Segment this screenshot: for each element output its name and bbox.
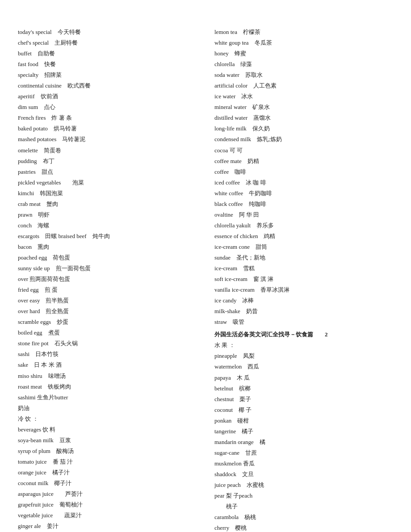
list-item: sunny side up 煎一面荷包蛋 [18, 263, 197, 274]
list-item: orange juice 橘子汁 [18, 467, 197, 478]
list-item: pear 梨 子peach [214, 490, 393, 501]
list-item: condensed milk 炼乳;炼奶 [214, 134, 393, 145]
right-column: lemon tea 柠檬茶white goup tea 冬瓜茶honey 蜂蜜c… [206, 27, 393, 532]
list-item: buffet 自助餐 [18, 48, 197, 59]
list-item: tangerine 橘子 [214, 426, 393, 437]
list-item: miso shiru 味噌汤 [18, 371, 197, 381]
list-item: 奶油 [18, 403, 197, 414]
list-item: lemon tea 柠檬茶 [214, 27, 393, 38]
list-item: juice peach 水蜜桃 [214, 480, 393, 490]
list-item: straw 吸管 [214, 317, 393, 327]
list-item: chef's special 主厨特餐 [18, 38, 197, 48]
list-item: papaya 木 瓜 [214, 373, 393, 383]
list-item: pineapple 凤梨 [214, 351, 393, 361]
list-item: 冷 饮 ： [18, 414, 197, 424]
list-item: over hard 煎全熟蛋 [18, 306, 197, 317]
list-item: French fires 炸 薯 条 [18, 113, 197, 123]
list-item: mashed potatoes 马铃薯泥 [18, 134, 197, 145]
list-item: fast food 快餐 [18, 59, 197, 70]
list-item: poached egg 荷包蛋 [18, 252, 197, 263]
list-item: over easy 煎半熟蛋 [18, 295, 197, 306]
list-item: over 煎两面荷荷包蛋 [18, 274, 197, 285]
list-item: today's special 今天特餐 [18, 27, 197, 38]
list-item: prawn 明虾 [18, 209, 197, 220]
list-item: white goup tea 冬瓜茶 [214, 38, 393, 48]
list-item: grapefruit juice 葡萄柚汁 [18, 499, 197, 510]
list-item: black coffee 纯咖啡 [214, 199, 393, 209]
list-item: 外国生活必备英文词汇全找寻－饮食篇 2 [214, 329, 393, 340]
list-item: essence of chicken 鸡精 [214, 231, 393, 242]
list-item: coconut milk 椰子汁 [18, 478, 197, 489]
list-item: coffee 咖啡 [214, 167, 393, 177]
list-item: chlorella yakult 养乐多 [214, 220, 393, 231]
list-item: ice water 冰水 [214, 91, 393, 102]
list-item: fried egg 煎 蛋 [18, 285, 197, 295]
list-item: ovaltine 阿 华 田 [214, 209, 393, 220]
list-item: shaddock 文旦 [214, 469, 393, 480]
list-item: ponkan 碰柑 [214, 415, 393, 426]
list-item: crab meat 蟹肉 [18, 199, 197, 209]
list-item: coconut 椰 子 [214, 405, 393, 415]
list-item: sashimi 生鱼片butter [18, 392, 197, 403]
list-item: vanilla ice-cream 香草冰淇淋 [214, 285, 393, 295]
list-item: distilled water 蒸馏水 [214, 113, 393, 123]
list-item: boiled egg 煮蛋 [18, 327, 197, 338]
list-item: stone fire pot 石头火锅 [18, 338, 197, 349]
list-item: betelnut 槟榔 [214, 383, 393, 394]
list-item: cherry 樱桃 [214, 523, 393, 532]
list-item: soya-bean milk 豆浆 [18, 435, 197, 446]
list-item: milk-shake 奶昔 [214, 306, 393, 317]
list-item: vegetable juice 蔬菜汁 [18, 510, 197, 521]
list-item: ice-cream cone 甜筒 [214, 242, 393, 252]
list-item: bacon 熏肉 [18, 242, 197, 252]
list-item: chestnut 栗子 [214, 394, 393, 405]
list-item: ice candy 冰棒 [214, 295, 393, 306]
list-item: carambola 杨桃 [214, 512, 393, 523]
list-item: 水 果 ： [214, 340, 393, 351]
list-item: omelette 简蛋卷 [18, 145, 197, 156]
list-item: chlorella 绿藻 [214, 59, 393, 70]
list-item: scramble eggs 炒蛋 [18, 317, 197, 327]
list-item: sugar-cane 甘蔗 [214, 448, 393, 458]
list-item: 桃子 [214, 501, 393, 512]
list-item: honey 蜂蜜 [214, 48, 393, 59]
list-item: cocoa 可 可 [214, 145, 393, 156]
list-item: ice-cream 雪糕 [214, 263, 393, 274]
list-item: baked potato 烘马铃薯 [18, 123, 197, 134]
list-item: soda water 苏取水 [214, 70, 393, 80]
list-item: continental cuisine 欧式西餐 [18, 80, 197, 91]
list-item: pastries 甜点 [18, 167, 197, 177]
list-item: tomato juice 番 茄 汁 [18, 457, 197, 467]
list-item: kimchi 韩国泡菜 [18, 188, 197, 199]
list-item: iced coffee 冰 咖 啡 [214, 177, 393, 188]
list-item: asparagus juice 芦荟汁 [18, 489, 197, 499]
list-item: white coffee 牛奶咖啡 [214, 188, 393, 199]
list-item: sashi 日本竹筷 [18, 349, 197, 360]
list-item: pudding 布丁 [18, 156, 197, 167]
list-item: artificial color 人工色素 [214, 80, 393, 91]
list-item: mandarin orange 橘 [214, 437, 393, 448]
list-item: dim sum 点心 [18, 102, 197, 113]
list-item: sake 日 本 米 酒 [18, 360, 197, 370]
left-column: today's special 今天特餐chef's special 主厨特餐b… [18, 27, 206, 532]
list-item: syrup of plum 酸梅汤 [18, 446, 197, 457]
list-item: beverages 饮 料 [18, 424, 197, 435]
list-item: escargots 田螺 braised beef 炖牛肉 [18, 231, 197, 242]
list-item: roast meat 铁板烤肉 [18, 381, 197, 392]
list-item: sundae 圣代；新地 [214, 252, 393, 263]
list-item: pickled vegetables 泡菜 [18, 177, 197, 188]
list-item: muskmelon 香瓜 [214, 458, 393, 469]
list-item: coffee mate 奶精 [214, 156, 393, 167]
list-item: specialty 招牌菜 [18, 70, 197, 80]
list-item: aperitif 饮前酒 [18, 91, 197, 102]
list-item: watermelon 西瓜 [214, 361, 393, 372]
list-item: conch 海螺 [18, 220, 197, 231]
list-item: soft ice-cream 窗 淇 淋 [214, 274, 393, 285]
list-item: long-life milk 保久奶 [214, 123, 393, 134]
list-item: ginger ale 姜汁 [18, 521, 197, 532]
list-item: mineral water 矿泉水 [214, 102, 393, 113]
